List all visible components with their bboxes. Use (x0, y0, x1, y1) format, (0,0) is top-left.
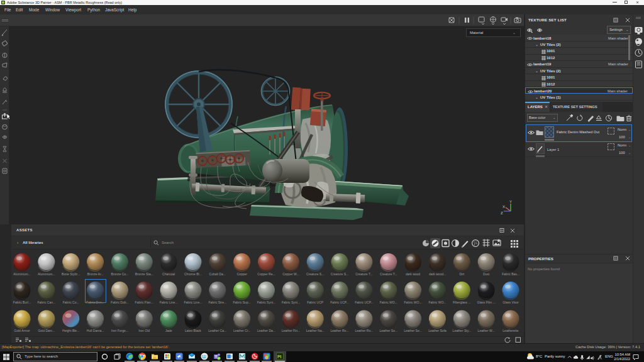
svg-text:X: X (502, 205, 505, 209)
svg-text:Z: Z (501, 211, 503, 215)
svg-text:Pt: Pt (277, 354, 282, 359)
svg-text:Y: Y (509, 200, 512, 204)
